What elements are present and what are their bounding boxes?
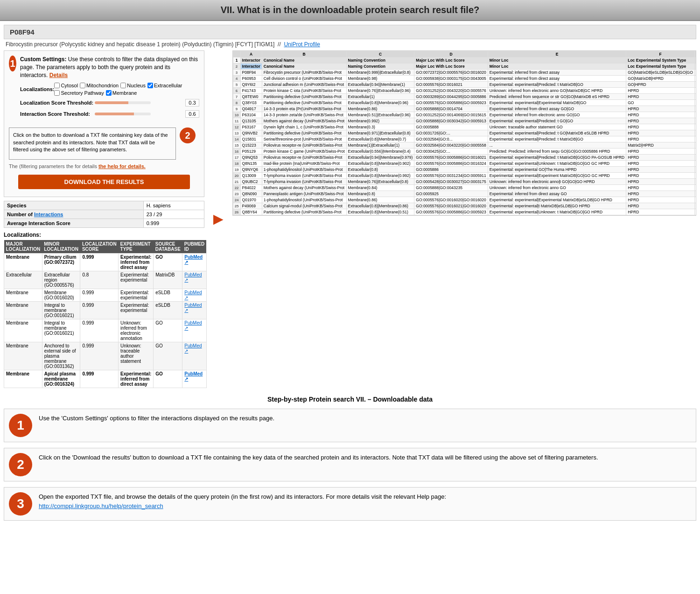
pubmed-link[interactable]: PubMed ↗ [184,255,203,265]
loc-table-row: MembranePrimary cilium (GO:0072372)0.999… [4,253,207,271]
spreadsheet-container[interactable]: A B C D E F G H I 1 Interactor Canonical… [232,50,696,216]
uniprot-profile-link[interactable]: UniProt Profile [284,41,320,48]
loc-table-row: MembraneApical plasma membrane (GO:00163… [4,370,207,388]
pubmed-link[interactable]: PubMed ↗ [184,371,203,382]
pubmed-link[interactable]: PubMed ↗ [184,303,202,313]
loc-score-value: 0.3 [185,99,199,106]
cytosol-checkbox[interactable] [54,83,60,88]
spreadsheet-cell: 9606 [694,185,696,191]
spreadsheet-cell: 9606 [694,173,696,179]
spreadsheet-cell: Q15223 [240,142,262,148]
details-link[interactable]: Details [49,72,68,78]
spreadsheet-cell: Partitioning defective (UniProtKB/Swiss-… [262,94,346,100]
spreadsheet-cell: Membrane(0.86) [346,197,414,203]
table-row: 12P63167Dynein light chain 1, c (UniProt… [233,124,696,130]
step-2-text: Click on the 'Download the results' butt… [39,453,691,463]
pubmed-link[interactable]: PubMed ↗ [184,320,202,331]
spreadsheet-cell: Q01970 [240,197,262,203]
spreadsheet-cell: GO:0005576|GO:0005886|GO:0005923 [414,209,488,215]
spreadsheet-cell: Membrane(0.999)|Extracellular(0.8) [346,70,414,76]
loc-score-label: Localization Score Threshold: [20,100,95,106]
table-row: 21Q9UBC2T-lymphoma invasion (UniProtKB/S… [233,179,696,185]
spreadsheet-cell: 9606 [694,88,696,94]
spreadsheet-cell: Q9UBC2 [240,179,262,185]
spreadsheet-cell: Minor Loc [488,64,626,70]
spreadsheet-cell: HPRD [626,167,695,173]
mitochondrion-checkbox[interactable] [80,83,85,88]
spreadsheet-cell: Experimental: experimental|Predicted: t … [488,130,626,136]
loc-score-track [95,101,151,104]
spreadsheet-cell: 9606 [694,161,696,167]
spreadsheet-cell: HPRD [626,136,695,142]
table-row: 22P84022Mothers against decay (UniProtKB… [233,185,696,191]
spreadsheet-cell: Inad-like protein (Ina(UniProtKB/Swiss-P… [262,161,346,167]
spreadsheet-cell: Extracellular(0.8)|Membrane(0.96) [346,100,414,106]
spreadsheet-cell: Experimental: inferred from electronic a… [488,112,626,118]
loc-table-row: ExtracellularExtracellular region (GO:00… [4,271,207,289]
spreadsheet-cell: Predicted: inferred from sequence or str… [488,94,626,100]
help-link[interactable]: the help for details. [98,163,146,169]
spreadsheet-cell: Extracellular(0.8) [346,167,414,173]
spreadsheet-cell: Experimental: experimental|Predicted: t … [488,82,626,88]
spreadsheet-cell: Membrane(0.51)|Extracellular(0.96) [346,112,414,118]
spreadsheet-cell: Q8BY64 [240,209,262,215]
spreadsheet-cell: GO:0005576|GO:0031234|GO:0005911 [414,173,488,179]
secretory-checkbox[interactable] [54,90,60,96]
spreadsheet-cell: GO:0032584|GO:0043220|GO:0005558 [414,142,488,148]
header-interactor: Interactor [240,57,262,64]
spreadsheet-cell: GO:0003289|GO:0044295|GO:0005886 [414,94,488,100]
table-row: 3P08F94Fibrocystin precursor (UniProtKB/… [233,70,696,76]
spreadsheet-cell: Membrane(0.992) [346,118,414,124]
spreadsheet-cell: GO:0005888|GO:0030342|GO:0005913 [414,118,488,124]
spreadsheet-cell: 9606 [694,148,696,155]
spreadsheet-cell: 9606 [694,209,696,215]
spreadsheet-cell: GO:0032584|GO:0... [414,136,488,142]
membrane-checkbox[interactable] [106,90,112,96]
spreadsheet-cell: GO:0005428|GO:0030027|GO:0003175 [414,179,488,185]
spreadsheet-cell: GO:0005576|GO:0016021 [414,82,488,88]
spreadsheet-cell: Experimental: experimental|Unknown: t Ma… [488,209,626,215]
spreadsheet-cell: Q8N090 [240,191,262,197]
help-url-link[interactable]: http://comppi.linkgroup.hu/help/protein_… [39,502,163,509]
spreadsheet-cell: Protein kinase C game (UniProtKB/Swiss-P… [262,148,346,155]
spreadsheet-cell: Q38Y03 [240,100,262,106]
spreadsheet-cell: 9606 [694,191,696,197]
nucleus-checkbox[interactable] [120,83,126,88]
spreadsheet-cell: Membrane(0.971)|Extracellular(0.8) [346,130,414,136]
spreadsheet-cell: Extracellular(0.94)|Membrane(0.979) [346,155,414,161]
extracellular-checkbox[interactable] [147,83,153,88]
spreadsheet-cell: Membrane(0.76)|Extracellular(0.8) [346,179,414,185]
spreadsheet-cell: HPRD [626,124,695,130]
pubmed-link[interactable]: PubMed ↗ [184,272,202,283]
spreadsheet-cell: Membrane(0.3) [346,124,414,130]
spreadsheet-cell: 9606 [694,94,696,100]
spreadsheet-cell: Extracellular(0.8)|Membrane(0.7) [346,136,414,142]
stepbystep-section: Step-by-step Protein search VII. – Downl… [4,396,696,521]
protein-id: P08F94 [4,25,696,39]
table-row: 10P6310414-3-3 protein zeta/de (UniProtK… [233,112,696,118]
spreadsheet-cell: Experimental: inferred from direct assay [488,70,626,76]
step-1-big-circle: 1 [9,414,32,437]
step-1-row: 1 Use the 'Custom Settings' options to f… [4,409,696,442]
pubmed-link[interactable]: PubMed ↗ [184,290,202,300]
loc-table-row: MembraneMembrane (GO:0016020)0.999Experi… [4,289,207,301]
localizations-table: MAJOR LOCALIZATION MINOR LOCALIZATION LO… [4,240,207,388]
spreadsheet-cell: HPRD [626,209,695,215]
table-row: 9Q0491714-3-3 protein eta (Pr(UniProtKB/… [233,106,696,112]
download-results-button[interactable]: DOWNLOAD THE RESULTS [18,175,189,189]
spreadsheet-cell: 9606 [694,118,696,124]
col-A: A [240,51,262,57]
spreadsheet-cell: P49069 [240,203,262,209]
table-row: 23Q8N090Panneoplastic antigen (UniProtKB… [233,191,696,197]
spreadsheet-cell: MatrixD|HPRD [626,142,695,148]
table-row: 20Q13009T-lymphoma invasion (UniProtKB/S… [233,173,696,179]
pubmed-link[interactable]: PubMed ↗ [184,343,202,354]
table-row: 18Q8N135Inad-like protein (Ina(UniProtKB… [233,161,696,167]
spreadsheet-cell: Q04917 [240,106,262,112]
stepbystep-title: Step-by-step Protein search VII. – Downl… [4,396,696,403]
main-content-row: 1 Custom Settings: Use these controls to… [4,50,696,388]
spreadsheet-cell: Experimental: experimental|Unknown: t Ma… [488,161,626,167]
step-2-big-circle: 2 [9,453,32,476]
spreadsheet-cell: Q8N135 [240,161,262,167]
spreadsheet-cell: Extracellular(0.8)|Membrane(0.51) [346,209,414,215]
